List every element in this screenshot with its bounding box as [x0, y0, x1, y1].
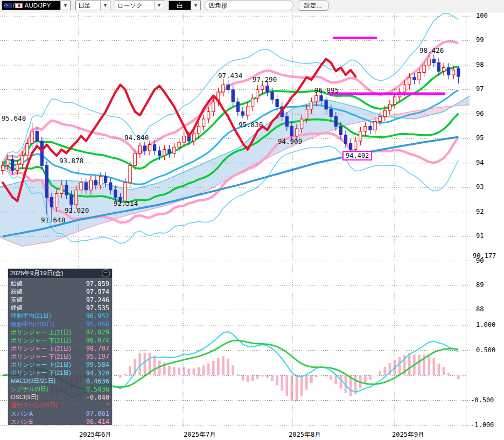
timeframe-select[interactable]: 日足 ▼ [75, 1, 110, 10]
candle-bull [310, 102, 313, 109]
candle-bear [334, 116, 337, 126]
info-panel-row: スパンA97.061 [8, 410, 112, 418]
candle-bear [168, 150, 171, 153]
osci-bar [153, 356, 156, 375]
candle-bull [178, 142, 180, 147]
osci-bar [212, 361, 215, 375]
indicator-label: ボリンジャー 上(21日) [11, 345, 71, 353]
indicator-value: 97.061 [86, 410, 109, 417]
candle-bear [325, 101, 327, 109]
candlestick-series[interactable] [1, 54, 460, 220]
candle-bull [148, 145, 151, 151]
indicator-value: 95.068 [86, 320, 109, 328]
indicator-label: ボリンジャー 下(21日) [11, 337, 71, 345]
osci-bar [232, 365, 234, 375]
pair-select[interactable]: / AUD/JPY ▼ [2, 1, 71, 10]
candle-bull [192, 134, 195, 141]
info-panel-header: 2025年9月19日(金) − [8, 269, 112, 278]
candle-bull [183, 136, 185, 142]
osci-bar [173, 367, 176, 375]
candle-bear [447, 67, 450, 75]
candle-bull [202, 119, 205, 127]
osci-bar [330, 375, 332, 380]
draw-color-select[interactable]: 白 ▼ [169, 1, 201, 10]
indicator-value: 97.859 [86, 280, 109, 288]
indicator-value: -0.040 [86, 394, 109, 401]
candle-bear [349, 143, 352, 149]
candle-bull [31, 131, 33, 144]
collapse-button[interactable]: − [102, 269, 110, 277]
info-panel-row: 移動平均(105日)95.068 [8, 320, 112, 328]
osci-bar [266, 375, 269, 378]
candle-bull [21, 156, 24, 164]
indicator-value: 0.5038 [86, 386, 109, 393]
candle-bear [153, 145, 156, 151]
toolbar: / AUD/JPY ▼ 日足 ▼ ローソク ▼ 白 ▼ 四角形 設定… [0, 0, 504, 12]
settings-button[interactable]: 設定… [298, 1, 328, 11]
indicator-value: 0.4636 [86, 378, 109, 385]
info-panel-row: 高値97.974 [8, 288, 112, 296]
info-panel-row: ボリンジャー 下(21日)96.074 [8, 337, 112, 345]
candle-bull [55, 194, 58, 207]
candle-bull [197, 127, 200, 134]
chevron-down-icon[interactable]: ▼ [154, 1, 164, 10]
chevron-down-icon[interactable]: ▼ [60, 1, 70, 10]
candle-bear [320, 96, 323, 101]
chevron-down-icon[interactable]: ▼ [191, 1, 200, 10]
candle-bull [138, 146, 141, 153]
osci-bar [198, 367, 200, 375]
osci-bar [256, 375, 259, 379]
indicator-value: 97.535 [86, 304, 109, 312]
indicator-label: 移動平均(105日) [11, 320, 54, 329]
candle-bull [222, 85, 225, 92]
indicator-label: 遅行スパン(21日) [11, 401, 57, 409]
timeframe-value: 日足 [76, 1, 100, 10]
info-panel-row: ボリンジャー 上(21日)99.584 [8, 361, 112, 369]
osci-bar [447, 373, 450, 375]
candle-bull [89, 180, 92, 190]
candle-bear [271, 92, 274, 100]
info-panel-date: 2025年9月19日(金) [10, 269, 63, 277]
indicator-value: 96.414 [86, 418, 109, 425]
osci-bar [271, 375, 274, 381]
candle-bull [261, 86, 264, 90]
candle-bear [85, 183, 87, 190]
candle-bear [94, 180, 97, 185]
candle-bear [437, 62, 440, 71]
indicator-label: スパンA [11, 410, 33, 418]
indicator-label: 安値 [11, 296, 23, 304]
candle-bull [75, 190, 78, 205]
osci-bar [291, 375, 293, 401]
candle-bear [241, 111, 244, 115]
candle-bull [359, 131, 362, 141]
indicator-label: 終値 [11, 304, 23, 312]
candle-bear [236, 102, 239, 111]
osci-bar [433, 358, 436, 375]
candle-bear [285, 116, 288, 126]
osci-bar [438, 364, 440, 375]
osci-bar [207, 364, 210, 375]
info-panel-row: MACD(9日/21日)0.4636 [8, 377, 112, 385]
osci-bar [315, 375, 318, 377]
osci-bar [428, 354, 430, 375]
chart-type-select[interactable]: ローソク ▼ [115, 1, 164, 10]
indicator-value: 96.952 [86, 312, 109, 320]
candle-bull [6, 159, 9, 165]
candle-bull [99, 177, 102, 185]
osci-bar [242, 375, 244, 380]
candle-bear [65, 185, 68, 195]
candle-bear [457, 68, 460, 76]
candle-bear [50, 197, 53, 207]
candle-bull [129, 165, 131, 183]
info-panel-row: 始値97.859 [8, 280, 112, 288]
candle-bear [432, 59, 435, 63]
indicator-value: 97.246 [86, 296, 109, 304]
candle-bull [163, 150, 166, 156]
shape-tool-box[interactable]: 四角形 [205, 1, 293, 10]
info-panel[interactable]: 2025年9月19日(金) − 始値97.859高値97.974安値97.246… [8, 268, 113, 425]
osci-bar [369, 375, 372, 380]
chevron-down-icon[interactable]: ▼ [100, 1, 110, 10]
candle-bear [330, 109, 332, 117]
info-panel-row: 移動平均(21日)96.952 [8, 312, 112, 320]
info-panel-row: スパンB96.414 [8, 418, 112, 426]
